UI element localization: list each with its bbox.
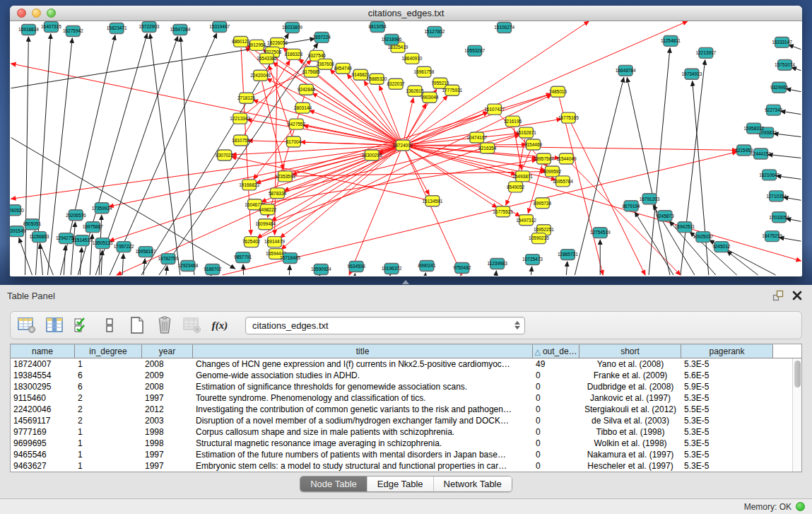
- table-row[interactable]: 1830029562008Estimation of significance …: [11, 381, 801, 392]
- network-node[interactable]: 18724007: [393, 140, 413, 151]
- network-node[interactable]: 9750482: [453, 263, 471, 274]
- network-node[interactable]: 19166823: [239, 180, 259, 190]
- table-vertical-scrollbar[interactable]: [792, 358, 801, 472]
- network-node[interactable]: 9186702: [204, 264, 222, 275]
- network-node[interactable]: 8216354: [478, 143, 497, 153]
- network-node[interactable]: 8990241: [418, 261, 436, 271]
- network-node[interactable]: 16791203: [640, 194, 660, 204]
- network-node[interactable]: 16033809: [282, 22, 302, 33]
- network-node[interactable]: 19218986: [382, 34, 402, 45]
- table-row[interactable]: 946362711997Embryonic stem cells: a mode…: [11, 460, 801, 472]
- network-node[interactable]: 18300295: [362, 150, 382, 160]
- network-node[interactable]: 8912954: [248, 40, 266, 50]
- close-window-button[interactable]: [17, 8, 26, 18]
- network-node[interactable]: 16107427: [484, 104, 505, 115]
- network-node[interactable]: 15823471: [107, 23, 127, 33]
- float-panel-icon[interactable]: [772, 290, 784, 301]
- new-column-icon[interactable]: [126, 315, 148, 336]
- network-node[interactable]: 15106274: [494, 22, 514, 33]
- network-node[interactable]: 7485013: [549, 86, 567, 97]
- network-node[interactable]: 8995734: [534, 198, 552, 209]
- network-node[interactable]: 16918824: [18, 24, 39, 35]
- network-window-titlebar[interactable]: citations_edges.txt: [10, 6, 802, 21]
- network-node[interactable]: 8860123: [232, 36, 250, 47]
- table-row[interactable]: 911546021997Tourette syndrome. Phenomeno…: [11, 392, 801, 404]
- tab-edge-table[interactable]: Edge Table: [367, 477, 433, 491]
- network-node[interactable]: 21260520: [10, 205, 24, 216]
- network-node[interactable]: 10925037: [693, 232, 713, 243]
- network-node[interactable]: 10196372: [382, 264, 402, 274]
- network-node[interactable]: 12213343: [230, 113, 250, 124]
- network-node[interactable]: 18775165: [558, 112, 579, 123]
- network-node[interactable]: 16648784: [616, 65, 636, 76]
- tab-node-table[interactable]: Node Table: [300, 477, 367, 491]
- network-node[interactable]: 10590235: [529, 233, 549, 244]
- network-node[interactable]: 19734913: [681, 69, 702, 79]
- table-row[interactable]: 977716911998Corpus callosum shape and si…: [11, 426, 801, 438]
- network-node[interactable]: 1498222: [259, 204, 277, 215]
- network-node[interactable]: 8813054: [369, 21, 387, 32]
- network-node[interactable]: 1810755: [232, 135, 250, 146]
- network-node[interactable]: 7625402: [242, 237, 261, 247]
- network-node[interactable]: 16210643: [759, 170, 779, 180]
- network-node[interactable]: 2718126: [237, 93, 256, 103]
- table-row[interactable]: 1456911722003Disruption of a novel membe…: [11, 415, 801, 426]
- table-row[interactable]: 969969511998Structural magnetic resonanc…: [11, 438, 801, 449]
- network-node[interactable]: 16475219: [762, 231, 782, 242]
- network-node[interactable]: 12710354: [766, 191, 787, 201]
- panel-resize-grip[interactable]: [402, 280, 409, 284]
- column-header-in_degree[interactable]: in_degree: [75, 344, 142, 358]
- delete-table-icon[interactable]: [182, 315, 203, 336]
- network-node[interactable]: 15751074: [775, 59, 795, 70]
- network-node[interactable]: 9242844: [298, 84, 316, 95]
- network-node[interactable]: 9245012: [712, 242, 731, 252]
- network-node[interactable]: 15958312: [743, 123, 764, 134]
- network-node[interactable]: 17775931: [442, 85, 462, 95]
- network-node[interactable]: 10590924: [311, 264, 331, 275]
- zoom-window-button[interactable]: [47, 8, 56, 18]
- network-node[interactable]: 22420046: [250, 70, 271, 81]
- scrollbar-thumb[interactable]: [794, 361, 801, 387]
- network-node[interactable]: 5878334: [269, 188, 287, 199]
- column-header-name[interactable]: name: [11, 344, 75, 358]
- network-canvas[interactable]: 1872400718300295886012389129541822605893…: [10, 21, 802, 276]
- tab-network-table[interactable]: Network Table: [433, 477, 512, 491]
- network-node[interactable]: 16407315: [41, 21, 61, 32]
- network-node[interactable]: 11544049: [556, 153, 577, 164]
- network-node[interactable]: 8391549: [10, 226, 26, 237]
- network-node[interactable]: 13505135: [93, 238, 113, 249]
- network-node[interactable]: 16975887: [83, 222, 103, 233]
- network-node[interactable]: 3216195: [504, 116, 522, 127]
- table-settings-icon[interactable]: [16, 315, 37, 336]
- table-row[interactable]: 946554611997Estimation of the future num…: [11, 449, 801, 460]
- network-node[interactable]: 8427552: [288, 119, 306, 129]
- network-node[interactable]: 12865731: [558, 250, 578, 260]
- minimize-window-button[interactable]: [32, 8, 41, 18]
- network-node[interactable]: 11514519: [72, 235, 93, 246]
- network-node[interactable]: 18640910: [402, 53, 423, 64]
- network-node[interactable]: 11254811: [661, 35, 681, 46]
- network-node[interactable]: 16914479: [264, 237, 285, 247]
- network-node[interactable]: 9227343: [765, 105, 783, 115]
- unselect-rows-icon[interactable]: [99, 315, 120, 336]
- network-node[interactable]: 9634508: [348, 262, 366, 272]
- column-header-pagerank[interactable]: pagerank: [681, 344, 773, 358]
- network-node[interactable]: 8679194: [623, 201, 641, 211]
- network-node[interactable]: 16958167: [136, 247, 156, 257]
- network-node[interactable]: 11239983: [487, 259, 507, 269]
- network-node[interactable]: 7857224: [313, 32, 331, 42]
- network-node[interactable]: 15319467: [209, 21, 230, 32]
- network-node[interactable]: 2367608: [317, 59, 335, 69]
- table-row[interactable]: 1938455462009Genome-wide association stu…: [11, 370, 801, 381]
- network-node[interactable]: 10553287: [464, 45, 485, 56]
- network-node[interactable]: 15127602: [424, 26, 445, 37]
- network-node[interactable]: 17957222: [114, 242, 134, 252]
- network-node[interactable]: 12213917: [695, 47, 716, 58]
- network-node[interactable]: 9245873: [656, 211, 674, 221]
- close-panel-icon[interactable]: [792, 291, 802, 300]
- network-node[interactable]: 12353593: [275, 171, 295, 182]
- column-header-year[interactable]: year: [142, 344, 193, 358]
- network-node[interactable]: 8215953: [735, 145, 753, 156]
- network-node[interactable]: 16955784: [553, 176, 573, 187]
- network-node[interactable]: 15716485: [280, 253, 300, 264]
